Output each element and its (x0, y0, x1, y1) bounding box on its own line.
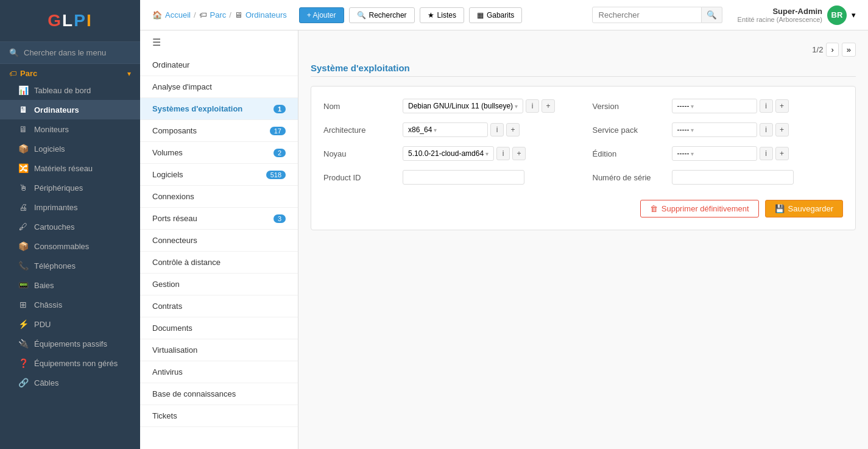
nav-item-ports-reseau[interactable]: Ports réseau 3 (140, 208, 298, 230)
nav-label: Connexions (152, 192, 194, 201)
delete-button[interactable]: 🗑 Supprimer définitivement (640, 200, 759, 217)
nav-item-antivirus[interactable]: Antivirus (140, 361, 298, 383)
select-noyau[interactable]: 5.10.0-21-cloud-amd64 ▾ (403, 146, 494, 161)
lists-button[interactable]: ★ Listes (420, 7, 464, 23)
topbar-actions: + Ajouter 🔍 Rechercher ★ Listes ▦ Gabari… (299, 7, 522, 23)
input-product-id[interactable] (403, 170, 524, 185)
nav-item-gestion[interactable]: Gestion (140, 274, 298, 295)
sidebar-item-moniteurs[interactable]: 🖥 Moniteurs (0, 119, 140, 139)
sidebar-item-baies[interactable]: 📟 Baies (0, 275, 140, 295)
breadcrumb-ordinateurs[interactable]: Ordinateurs (245, 10, 287, 19)
sidebar-item-peripheriques[interactable]: 🖱 Périphériques (0, 178, 140, 197)
user-entity: Entité racine (Arborescence) (738, 16, 822, 23)
info-noyau-button[interactable]: i (496, 147, 510, 160)
user-area: Super-Admin Entité racine (Arborescence)… (738, 5, 856, 25)
info-version-button[interactable]: i (760, 99, 773, 113)
field-edition: Édition ----- ▾ i + (593, 146, 844, 161)
section-icon: 🏷 (9, 69, 16, 78)
nav-item-connexions[interactable]: Connexions (140, 186, 298, 208)
nav-item-analyse-impact[interactable]: Analyse d'impact (140, 76, 298, 98)
sidebar-item-label: Châssis (34, 300, 62, 309)
sidebar-item-chassis[interactable]: ⊞ Châssis (0, 295, 140, 314)
select-nom[interactable]: Debian GNU/Linux 11 (bullseye) ▾ (403, 99, 523, 113)
label-noyau: Noyau (323, 149, 397, 158)
nav-item-contrats[interactable]: Contrats (140, 295, 298, 317)
peripheral-icon: 🖱 (18, 183, 28, 193)
sidebar-search[interactable]: 🔍 Chercher dans le menu (0, 42, 140, 64)
sidebar-item-logiciels[interactable]: 📦 Logiciels (0, 139, 140, 158)
nav-item-ordinateur[interactable]: Ordinateur (140, 54, 298, 76)
dropdown-arrow-sp: ▾ (691, 127, 694, 133)
add-version-button[interactable]: + (775, 99, 789, 113)
sidebar-item-label: PDU (34, 320, 51, 329)
nav-item-controle-distance[interactable]: Contrôle à distance (140, 252, 298, 274)
sidebar-item-equipements-non-geres[interactable]: ❓ Équipements non gérés (0, 353, 140, 373)
pagination-bar: 1/2 › » (311, 43, 856, 57)
badge-systemes-exploitation: 1 (273, 105, 286, 113)
info-nom-button[interactable]: i (526, 99, 539, 113)
nav-label: Documents (152, 323, 192, 333)
select-edition[interactable]: ----- ▾ (672, 146, 757, 161)
info-architecture-button[interactable]: i (490, 123, 504, 136)
sidebar-item-ordinateurs[interactable]: 🖥 Ordinateurs (0, 100, 140, 119)
nav-label: Contrats (152, 302, 182, 311)
next-page-button[interactable]: › (826, 43, 838, 57)
chevron-down-icon[interactable]: ▾ (852, 10, 856, 19)
pagination-count: 1/2 (812, 45, 823, 54)
sidebar-item-tableau-de-bord[interactable]: 📊 Tableau de bord (0, 80, 140, 100)
nav-item-volumes[interactable]: Volumes 2 (140, 142, 298, 164)
sidebar-item-label: Logiciels (34, 144, 65, 154)
breadcrumb-accueil[interactable]: Accueil (165, 10, 191, 19)
nav-item-systemes-exploitation[interactable]: Systèmes d'exploitation 1 (140, 98, 298, 120)
nav-label: Ordinateur (152, 60, 189, 69)
search-submit-button[interactable]: 🔍 (702, 7, 722, 23)
unmanaged-icon: ❓ (18, 358, 28, 368)
save-button[interactable]: 💾 Sauvegarder (765, 200, 843, 217)
sidebar-item-consommables[interactable]: 📦 Consommables (0, 236, 140, 256)
nav-item-virtualisation[interactable]: Virtualisation (140, 339, 298, 361)
select-version[interactable]: ----- ▾ (672, 99, 757, 113)
avatar[interactable]: BR (827, 5, 847, 25)
sidebar-item-imprimantes[interactable]: 🖨 Imprimantes (0, 197, 140, 217)
sidebar-item-label: Périphériques (34, 183, 83, 193)
sidebar-item-cartouches[interactable]: 🖋 Cartouches (0, 217, 140, 236)
sidebar-item-equipements-passifs[interactable]: 🔌 Équipements passifs (0, 334, 140, 353)
main-content: 🏠 Accueil / 🏷 Parc / 🖥 Ordinateurs + Ajo… (140, 0, 868, 449)
nav-item-documents[interactable]: Documents (140, 317, 298, 339)
nav-item-base-connaissances[interactable]: Base de connaissances (140, 383, 298, 405)
breadcrumb-parc[interactable]: Parc (210, 10, 227, 19)
topbar: 🏠 Accueil / 🏷 Parc / 🖥 Ordinateurs + Ajo… (140, 0, 868, 30)
info-edition-button[interactable]: i (760, 147, 773, 160)
nav-item-tickets[interactable]: Tickets (140, 405, 298, 427)
nav-item-composants[interactable]: Composants 17 (140, 120, 298, 142)
label-edition: Édition (593, 149, 666, 158)
field-service-pack: Service pack ----- ▾ i + (593, 122, 844, 137)
parc-icon: 🏷 (199, 10, 207, 19)
add-button[interactable]: + Ajouter (299, 7, 344, 23)
nav-label: Analyse d'impact (152, 82, 212, 91)
info-service-pack-button[interactable]: i (760, 123, 773, 136)
nav-item-connecteurs[interactable]: Connecteurs (140, 230, 298, 252)
select-service-pack[interactable]: ----- ▾ (672, 122, 757, 137)
add-noyau-button[interactable]: + (512, 147, 526, 160)
sidebar-section-parc[interactable]: 🏷 Parc ▾ (0, 64, 140, 80)
add-nom-button[interactable]: + (542, 99, 555, 113)
field-noyau: Noyau 5.10.0-21-cloud-amd64 ▾ i + (323, 146, 574, 161)
nav-item-logiciels[interactable]: Logiciels 518 (140, 164, 298, 186)
add-edition-button[interactable]: + (775, 147, 789, 160)
sidebar-item-cables[interactable]: 🔗 Câbles (0, 373, 140, 392)
search-input[interactable] (592, 7, 702, 23)
sidebar-item-label: Équipements passifs (34, 339, 107, 348)
sidebar-item-pdu[interactable]: ⚡ PDU (0, 314, 140, 334)
add-service-pack-button[interactable]: + (775, 123, 789, 136)
sidebar-item-telephones[interactable]: 📞 Téléphones (0, 256, 140, 275)
add-architecture-button[interactable]: + (506, 123, 520, 136)
field-numero-serie: Numéro de série (593, 170, 844, 185)
sidebar-search-label: Chercher dans le menu (24, 48, 106, 57)
select-architecture[interactable]: x86_64 ▾ (403, 122, 488, 137)
templates-button[interactable]: ▦ Gabarits (469, 7, 522, 23)
input-numero-serie[interactable] (672, 170, 794, 185)
last-page-button[interactable]: » (842, 43, 856, 57)
sidebar-item-materiels-reseau[interactable]: 🔀 Matériels réseau (0, 158, 140, 178)
search-button[interactable]: 🔍 Rechercher (349, 7, 415, 23)
